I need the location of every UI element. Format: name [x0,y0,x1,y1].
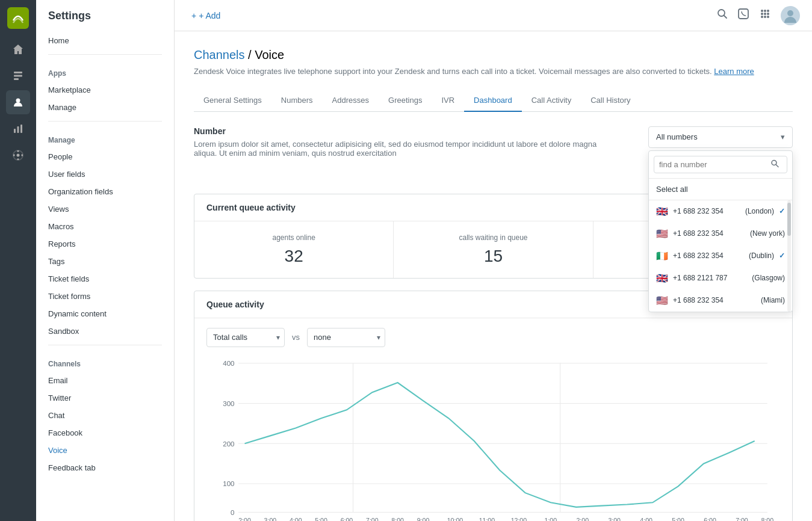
page-content: Channels / Voice Zendesk Voice integrate… [175,31,812,521]
nav-tickets-icon[interactable] [6,64,30,88]
sidebar-item-tags[interactable]: Tags [36,253,174,270]
apps-icon[interactable] [759,8,771,23]
svg-point-16 [764,13,766,15]
topbar: + + Add [175,0,812,31]
primary-metric-select[interactable]: Total calls Inbound calls Outbound calls [206,328,285,347]
sidebar-item-reports[interactable]: Reports [36,235,174,253]
breadcrumb: Channels / Voice [194,48,793,62]
sidebar-item-home[interactable]: Home [36,32,174,49]
logo[interactable] [7,7,29,29]
svg-text:3:00: 3:00 [608,516,621,521]
phone-icon[interactable] [737,8,749,23]
flag-uk-1: 🇬🇧 [656,206,668,217]
add-button[interactable]: + + Add [187,8,225,23]
dropdown-item-dublin[interactable]: 🇮🇪 +1 688 232 354 (Dublin) ✓ [649,245,792,267]
sidebar-item-voice[interactable]: Voice [36,442,174,459]
flag-us-1: 🇺🇸 [656,228,668,239]
topbar-left: + + Add [187,8,225,23]
sidebar-item-marketplace[interactable]: Marketplace [36,81,174,99]
svg-rect-5 [14,129,16,133]
svg-text:6:00: 6:00 [704,516,716,521]
tab-numbers[interactable]: Numbers [271,90,323,112]
svg-rect-3 [14,78,19,80]
svg-point-14 [767,10,769,12]
tab-greetings[interactable]: Greetings [379,90,432,112]
svg-point-15 [761,13,763,15]
tab-general-settings[interactable]: General Settings [194,90,271,112]
topbar-right [717,6,800,25]
sidebar-item-user-fields[interactable]: User fields [36,165,174,183]
svg-text:4:00: 4:00 [290,516,302,521]
plus-icon: + [191,11,196,20]
sidebar-item-people[interactable]: People [36,148,174,165]
number-search-input[interactable] [654,156,787,173]
chart-area: 400 300 200 100 0 2:00 3:00 4:00 5:00 6:… [194,357,792,522]
nav-settings-icon[interactable] [6,143,30,167]
icon-rail [0,0,36,521]
sidebar-item-twitter[interactable]: Twitter [36,389,174,407]
chevron-down-icon: ▾ [781,132,785,141]
sidebar-item-macros[interactable]: Macros [36,218,174,235]
svg-text:7:00: 7:00 [366,516,379,521]
tab-dashboard[interactable]: Dashboard [464,90,522,112]
secondary-metric-select[interactable]: none Total calls Inbound calls [307,328,385,347]
learn-more-link[interactable]: Learn more [714,67,754,76]
svg-rect-11 [739,9,748,19]
svg-rect-6 [17,126,19,133]
dropdown-item-miami[interactable]: 🇺🇸 +1 688 232 354 (Miami) [649,289,792,312]
sidebar-item-ticket-forms[interactable]: Ticket forms [36,288,174,305]
all-numbers-dropdown[interactable]: All numbers ▾ [648,126,793,148]
tab-call-history[interactable]: Call History [581,90,640,112]
main-area: + + Add Channels / Voice [175,0,812,521]
nav-home-icon[interactable] [6,37,30,61]
sidebar-item-sandbox[interactable]: Sandbox [36,322,174,340]
svg-point-20 [767,16,769,18]
dropdown-item-glasgow[interactable]: 🇬🇧 +1 688 2121 787 (Glasgow) [649,267,792,289]
sidebar-title: Settings [36,10,174,32]
dropdown-scrollbar[interactable] [787,200,791,312]
search-icon[interactable] [717,8,728,22]
tab-call-activity[interactable]: Call Activity [522,90,581,112]
breadcrumb-parent[interactable]: Channels [194,48,245,61]
sidebar-item-chat[interactable]: Chat [36,407,174,424]
svg-rect-1 [14,72,22,73]
dropdown-scrollbar-thumb [787,203,791,236]
sidebar-item-ticket-fields[interactable]: Ticket fields [36,270,174,288]
svg-point-18 [761,16,763,18]
svg-text:8:00: 8:00 [391,516,404,521]
sidebar-item-dynamic-content[interactable]: Dynamic content [36,305,174,322]
tab-ivr[interactable]: IVR [432,90,464,112]
sidebar-item-org-fields[interactable]: Organization fields [36,183,174,200]
primary-metric-wrapper: Total calls Inbound calls Outbound calls [206,328,285,347]
svg-point-17 [767,13,769,15]
sidebar-item-manage[interactable]: Manage [36,99,174,116]
dropdown-item-new-york[interactable]: 🇺🇸 +1 688 232 354 (New york) [649,223,792,245]
breadcrumb-current: Voice [255,48,284,61]
select-all-option[interactable]: Select all [649,179,792,200]
flag-uk-2: 🇬🇧 [656,273,668,284]
nav-reports-icon[interactable] [6,117,30,141]
svg-point-12 [761,10,763,12]
svg-text:6:00: 6:00 [341,516,353,521]
sidebar-item-email[interactable]: Email [36,372,174,389]
secondary-metric-wrapper: none Total calls Inbound calls [307,328,385,347]
nav-users-icon[interactable] [6,90,30,114]
avatar[interactable] [781,6,800,25]
breadcrumb-separator: / [248,48,255,61]
svg-text:2:00: 2:00 [576,516,589,521]
flag-us-2: 🇺🇸 [656,295,668,306]
sidebar-section-channels: Channels [36,350,174,372]
dropdown-selected-label: All numbers [656,132,698,141]
sidebar-item-views[interactable]: Views [36,200,174,218]
svg-text:12:00: 12:00 [511,516,527,521]
svg-line-10 [724,16,727,19]
tab-addresses[interactable]: Addresses [323,90,379,112]
dropdown-search-area [649,151,792,179]
queue-activity-card: Queue activity Total calls Inbound calls… [194,291,793,522]
sidebar-item-feedback-tab[interactable]: Feedback tab [36,459,174,476]
svg-line-23 [776,165,778,167]
svg-text:400: 400 [223,359,235,366]
sidebar-item-facebook[interactable]: Facebook [36,424,174,442]
tabs: General Settings Numbers Addresses Greet… [194,90,793,112]
dropdown-item-london[interactable]: 🇬🇧 +1 688 232 354 (London) ✓ [649,200,792,223]
